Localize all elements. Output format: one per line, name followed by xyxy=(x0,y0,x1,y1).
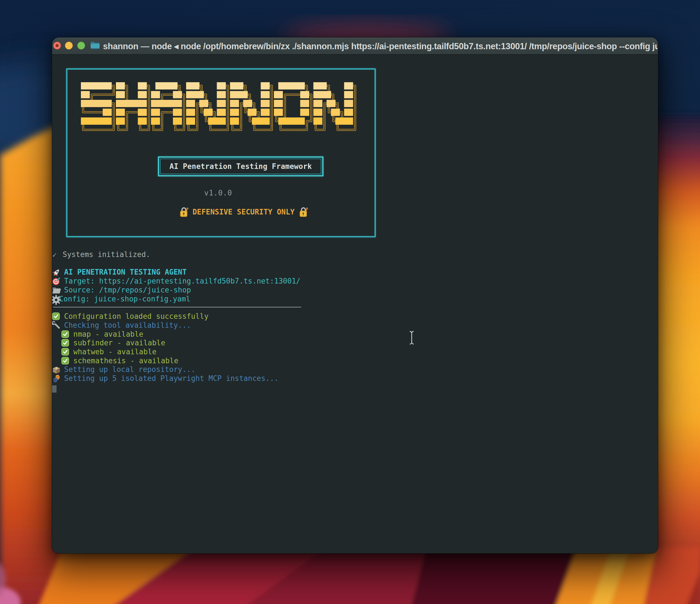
checking-tools: Checking tool availability... xyxy=(52,321,640,330)
source-line-text: Source: /tmp/repos/juice-shop xyxy=(64,286,191,294)
setup-repo: Setting up local repository... xyxy=(52,365,640,374)
check-box-icon xyxy=(61,330,69,339)
separator xyxy=(53,307,301,308)
terminal-content[interactable]: AI Penetration Testing Framework v1.0.0 … xyxy=(52,37,658,553)
setup-playwright: Setting up 5 isolated Playwright MCP ins… xyxy=(52,374,640,383)
tool-nmap-text: nmap - available xyxy=(73,330,143,339)
target-line: Target: https://ai-pentesting.tailfd50b7… xyxy=(52,277,640,286)
lock-icon xyxy=(179,206,189,218)
desktop: shannon — node ◂ node /opt/homebrew/bin/… xyxy=(0,0,700,604)
lock-icon xyxy=(298,206,308,218)
tool-subfinder-text: subfinder - available xyxy=(73,338,165,347)
config-line-text: Config: juice-shop-config.yaml xyxy=(59,294,190,304)
checking-tools-text: Checking tool availability... xyxy=(64,321,191,330)
check-box-icon xyxy=(61,339,69,348)
security-banner-text: DEFENSIVE SECURITY ONLY xyxy=(193,208,295,216)
check-box-icon xyxy=(61,348,69,357)
systems-initialized-text: Systems initialized. xyxy=(63,250,150,259)
masks-icon xyxy=(52,374,61,385)
framework-box: AI Penetration Testing Framework xyxy=(158,156,324,177)
tool-whatweb: whatweb - available xyxy=(52,347,640,356)
agent-header-text: AI PENETRATION TESTING AGENT xyxy=(64,268,187,277)
tool-nmap: nmap - available xyxy=(52,330,640,339)
tool-schemathesis: schemathesis - available xyxy=(52,356,640,365)
tool-schemathesis-text: schemathesis - available xyxy=(73,356,178,365)
config-line: Config: juice-shop-config.yaml xyxy=(52,294,640,304)
config-loaded: Configuration loaded successfully xyxy=(52,312,640,321)
shannon-ascii-art xyxy=(81,82,357,137)
framework-label: AI Penetration Testing Framework xyxy=(170,162,312,170)
check-box-icon xyxy=(52,312,60,321)
security-banner: DEFENSIVE SECURITY ONLY xyxy=(179,206,308,218)
check-mark: ✓ xyxy=(52,251,57,259)
terminal-cursor xyxy=(52,385,56,393)
target-line-text: Target: https://ai-pentesting.tailfd50b7… xyxy=(64,277,300,286)
version-label: v1.0.0 xyxy=(65,189,372,197)
setup-playwright-text: Setting up 5 isolated Playwright MCP ins… xyxy=(64,374,278,383)
tool-subfinder: subfinder - available xyxy=(52,338,640,347)
systems-initialized: ✓Systems initialized. xyxy=(52,250,640,259)
tool-whatweb-text: whatweb - available xyxy=(73,347,156,356)
banner-box: AI Penetration Testing Framework v1.0.0 … xyxy=(66,68,376,237)
setup-repo-text: Setting up local repository... xyxy=(64,365,195,374)
check-box-icon xyxy=(61,357,69,366)
ibeam-mouse-pointer xyxy=(408,330,415,346)
agent-header: AI PENETRATION TESTING AGENT xyxy=(52,268,640,277)
source-line: Source: /tmp/repos/juice-shop xyxy=(52,286,640,294)
terminal-window: shannon — node ◂ node /opt/homebrew/bin/… xyxy=(52,37,658,553)
config-loaded-text: Configuration loaded successfully xyxy=(64,312,208,321)
